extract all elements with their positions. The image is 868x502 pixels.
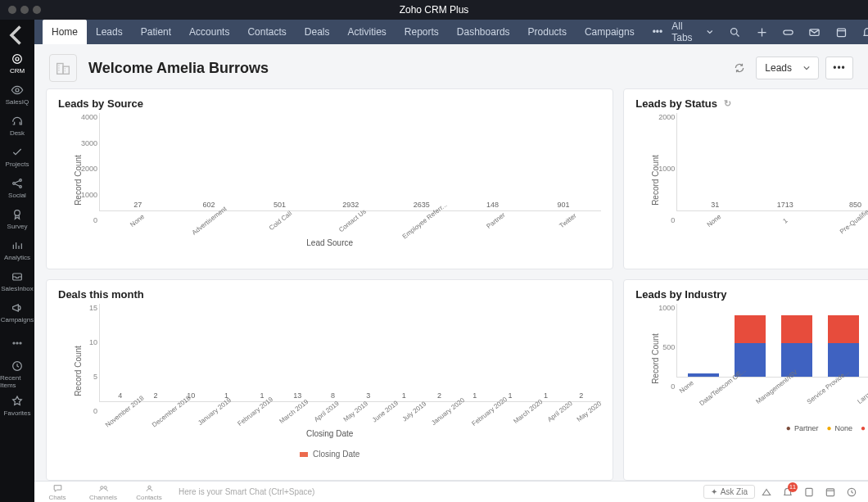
rail-item-more[interactable] — [0, 328, 34, 359]
left-rail: CRMSalesIQDeskProjectsSocialSurveyAnalyt… — [0, 20, 34, 502]
svg-rect-22 — [806, 488, 812, 495]
legend-item: Employee Referral — [861, 423, 868, 432]
svg-rect-15 — [837, 29, 845, 36]
deals-legend: Closing Date — [58, 450, 601, 459]
industry-legend: PartnerNoneEmployee ReferralContact-UsCo… — [635, 423, 868, 432]
bell-icon[interactable] — [857, 20, 868, 43]
bottom-chats[interactable]: Chats — [34, 483, 80, 501]
page-title: Welcome Amelia Burrows — [88, 60, 269, 77]
svg-point-1 — [16, 57, 19, 61]
svg-rect-18 — [63, 66, 69, 74]
org-icon — [49, 54, 77, 82]
card-title: Deals this month — [58, 288, 144, 301]
nav-tab-leads[interactable]: Leads — [87, 20, 132, 44]
card-leads-by-status: Leads by Status ↻ Record Count2000100003… — [623, 88, 868, 269]
title-bar: Zoho CRM Plus — [0, 0, 868, 20]
svg-point-2 — [16, 88, 19, 92]
notifications-icon[interactable]: 11 — [778, 482, 798, 502]
nav-tab-patient[interactable]: Patient — [132, 20, 180, 44]
nav-tab-activities[interactable]: Activities — [338, 20, 395, 44]
page-header: Welcome Amelia Burrows Leads ••• — [34, 44, 868, 88]
nav-tab-deals[interactable]: Deals — [296, 20, 339, 44]
svg-point-21 — [147, 486, 150, 488]
smart-chat-hint[interactable]: Here is your Smart Chat (Ctrl+Space) — [172, 487, 703, 496]
svg-point-3 — [13, 182, 16, 184]
svg-point-20 — [104, 486, 106, 488]
ask-zia-button[interactable]: ✦ Ask Zia — [703, 485, 755, 499]
svg-point-6 — [15, 210, 20, 215]
calendar-bottom-icon[interactable] — [821, 482, 840, 502]
svg-point-12 — [731, 28, 738, 34]
view-dropdown[interactable]: Leads — [756, 57, 819, 79]
svg-rect-17 — [57, 64, 63, 75]
gamepad-icon[interactable] — [777, 20, 798, 43]
svg-point-9 — [16, 342, 18, 344]
nav-more[interactable]: ••• — [644, 20, 672, 44]
nav-tab-dashboards[interactable]: Dashboards — [448, 20, 519, 44]
bottom-channels[interactable]: Channels — [80, 483, 126, 501]
bottom-contacts[interactable]: Contacts — [126, 483, 172, 501]
svg-rect-13 — [784, 30, 793, 34]
nav-tab-campaigns[interactable]: Campaigns — [576, 20, 644, 44]
window-controls[interactable] — [8, 6, 41, 14]
nav-tab-contacts[interactable]: Contacts — [238, 20, 295, 44]
svg-rect-23 — [826, 488, 834, 495]
app-title: Zoho CRM Plus — [400, 4, 469, 16]
all-tabs-dropdown[interactable]: All Tabs — [671, 20, 713, 43]
rail-item-desk[interactable]: Desk — [0, 110, 34, 141]
rail-item-campaigns[interactable]: Campaigns — [0, 296, 34, 328]
nav-tab-accounts[interactable]: Accounts — [180, 20, 238, 44]
rail-item-salesinbox[interactable]: SalesInbox — [0, 265, 34, 296]
card-leads-by-source: Leads by Source Record Count400030002000… — [46, 88, 613, 269]
rail-item-projects[interactable]: Projects — [0, 141, 34, 172]
rail-item-favorites[interactable]: Favorites — [0, 390, 34, 421]
top-nav: HomeLeadsPatientAccountsContactsDealsAct… — [34, 20, 868, 44]
rail-item-analytics[interactable]: Analytics — [0, 234, 34, 265]
card-title: Leads by Source — [58, 97, 143, 110]
card-title: Leads by Industry — [635, 288, 726, 301]
note-icon[interactable] — [799, 482, 819, 502]
zia-icon[interactable] — [757, 482, 776, 502]
svg-point-8 — [13, 342, 15, 344]
card-refresh-icon[interactable]: ↻ — [724, 98, 731, 109]
search-icon[interactable] — [725, 20, 746, 43]
rail-item-salesiq[interactable]: SalesIQ — [0, 79, 34, 110]
card-deals-this-month: Deals this month Record Count15105042101… — [46, 279, 613, 481]
rail-item-social[interactable]: Social — [0, 172, 34, 203]
notification-badge: 11 — [788, 482, 798, 492]
bottom-bar: ChatsChannelsContacts Here is your Smart… — [34, 481, 868, 502]
calendar-icon[interactable] — [830, 20, 852, 43]
svg-point-5 — [20, 185, 22, 188]
plus-icon[interactable] — [751, 20, 772, 43]
more-actions-button[interactable]: ••• — [825, 57, 853, 79]
rail-item-crm[interactable]: CRM — [0, 47, 34, 79]
nav-tab-products[interactable]: Products — [519, 20, 576, 44]
mail-icon[interactable] — [804, 20, 825, 43]
legend-item: Partner — [786, 423, 819, 432]
refresh-icon[interactable] — [730, 58, 749, 78]
svg-point-19 — [100, 486, 102, 488]
svg-point-0 — [13, 54, 22, 63]
legend-item: None — [826, 423, 852, 432]
nav-tab-reports[interactable]: Reports — [396, 20, 448, 44]
rail-collapse-icon[interactable] — [0, 25, 34, 46]
rail-item-survey[interactable]: Survey — [0, 203, 34, 234]
rail-item-recent items[interactable]: Recent Items — [0, 359, 34, 390]
card-title: Leads by Status — [635, 97, 717, 110]
clock-bottom-icon[interactable] — [842, 482, 861, 502]
svg-point-4 — [20, 179, 22, 181]
svg-point-10 — [20, 342, 21, 344]
nav-tab-home[interactable]: Home — [43, 20, 87, 44]
card-leads-by-industry: Leads by Industry Record Count10005000No… — [623, 279, 868, 481]
